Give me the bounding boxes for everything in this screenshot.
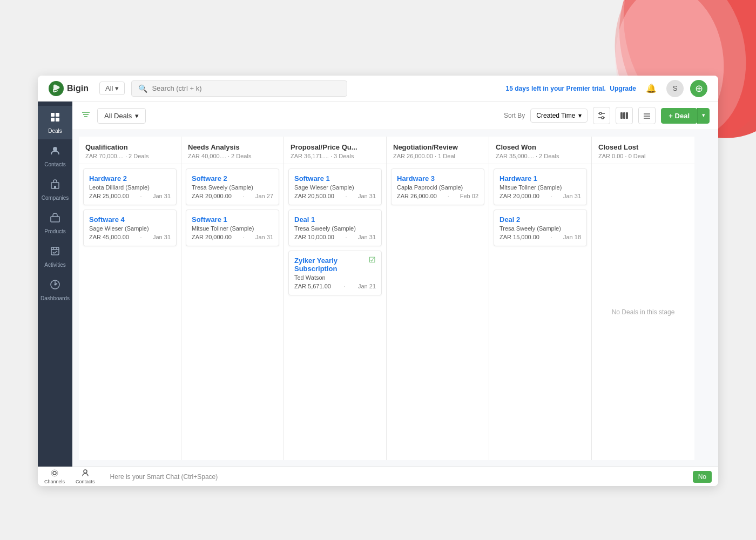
deal-amount-row: ZAR 10,000.00 · Jan 31 [294, 234, 376, 240]
sidebar-item-products[interactable]: Products [38, 206, 72, 240]
sidebar-products-label: Products [44, 228, 65, 234]
column-cards-closed-lost: No Deals in this stage [592, 164, 694, 460]
svg-rect-7 [56, 118, 59, 122]
column-header-closed-won: Closed Won ZAR 35,000.... · 2 Deals [489, 137, 591, 164]
deal-amount-row: ZAR 45,000.00 · Jan 31 [89, 234, 171, 240]
contacts-icon [49, 145, 61, 159]
sidebar-item-dashboards[interactable]: Dashboards [38, 273, 72, 307]
sidebar-item-contacts[interactable]: Contacts [38, 139, 72, 173]
list-view-btn[interactable] [638, 107, 656, 124]
filter-icon[interactable] [81, 110, 91, 122]
sort-dropdown-arrow: ▾ [578, 112, 582, 119]
column-meta-closed-lost: ZAR 0.00 · 0 Deal [598, 153, 688, 159]
dot-separator: · [550, 234, 552, 240]
sort-field-dropdown[interactable]: Created Time ▾ [530, 109, 588, 123]
deal-contact: Tresa Sweely (Sample) [294, 225, 376, 232]
smart-chat-text: Here is your Smart Chat (Ctrl+Space) [110, 473, 218, 481]
deal-amount: ZAR 20,500.00 [294, 193, 334, 199]
sidebar: Deals Contacts [38, 102, 72, 467]
search-input[interactable] [152, 84, 340, 92]
all-deals-arrow: ▾ [135, 112, 139, 120]
dropdown-arrow-icon: ▾ [115, 84, 119, 92]
deal-card[interactable]: Hardware 3 Capla Paprocki (Sample) ZAR 2… [391, 168, 484, 205]
dot-separator: · [140, 234, 141, 240]
deal-card[interactable]: Deal 2 Tresa Sweely (Sample) ZAR 15,000.… [494, 210, 587, 246]
deal-title: Deal 1 [294, 215, 376, 224]
add-icon[interactable]: ⊕ [690, 80, 707, 97]
deal-contact: Ted Watson [294, 274, 376, 281]
deal-card[interactable]: Hardware 2 Leota Dilliard (Sample) ZAR 2… [83, 168, 177, 205]
column-header-negotiation-review: Negotiation/Review ZAR 26,000.00 · 1 Dea… [387, 137, 489, 164]
logo-area: Bigin [49, 81, 89, 96]
deal-date: Feb 02 [460, 193, 478, 199]
svg-rect-5 [56, 113, 59, 117]
add-deal-dropdown-btn[interactable]: ▾ [697, 108, 710, 124]
column-title-closed-won: Closed Won [496, 143, 585, 151]
channels-btn[interactable]: Channels [44, 469, 65, 484]
deal-contact: Sage Wieser (Sample) [294, 184, 376, 191]
kanban-toolbar: All Deals ▾ Sort By Created Time ▾ [72, 102, 718, 130]
deal-title: Zylker Yearly Subscription [294, 256, 376, 273]
svg-rect-10 [54, 186, 56, 188]
svg-point-19 [599, 112, 602, 114]
deal-card[interactable]: Hardware 1 Mitsue Tollner (Sample) ZAR 2… [494, 168, 587, 205]
deal-card[interactable]: Software 1 Mitsue Tollner (Sample) ZAR 2… [186, 210, 279, 246]
deal-date: Jan 18 [563, 234, 581, 240]
notify-button[interactable]: No [693, 471, 712, 483]
deal-date: Jan 31 [563, 193, 581, 199]
kanban-view-btn[interactable] [616, 107, 633, 124]
filter-settings-btn[interactable] [593, 107, 610, 124]
all-dropdown[interactable]: All ▾ [99, 82, 125, 95]
dot-separator: · [345, 193, 347, 199]
search-bar[interactable]: 🔍 [131, 80, 347, 97]
all-deals-dropdown[interactable]: All Deals ▾ [97, 108, 146, 124]
sidebar-item-companies[interactable]: Companies [38, 173, 72, 206]
notification-icon[interactable]: 🔔 [643, 80, 660, 97]
deal-amount: ZAR 20,000.00 [192, 234, 232, 240]
deal-amount-row: ZAR 15,000.00 · Jan 18 [500, 234, 581, 240]
deal-card-icon: ☑ [369, 255, 376, 264]
activities-icon [49, 245, 61, 260]
deal-card[interactable]: Software 4 Sage Wieser (Sample) ZAR 45,0… [83, 210, 177, 246]
deal-title: Software 2 [192, 174, 273, 183]
sort-field-label: Created Time [536, 112, 575, 119]
deal-title: Hardware 2 [89, 174, 171, 183]
dot-separator: · [242, 193, 244, 199]
contacts-bottom-icon [81, 469, 90, 479]
upgrade-link[interactable]: Upgrade [610, 85, 636, 92]
column-title-closed-lost: Closed Lost [598, 143, 688, 151]
nav-right: 15 days left in your Premier trial. Upgr… [506, 80, 707, 97]
column-qualification: Qualification ZAR 70,000.... · 2 Deals H… [79, 137, 181, 460]
column-meta-negotiation-review: ZAR 26,000.00 · 1 Deal [393, 153, 482, 159]
contacts-bottom-btn[interactable]: Contacts [76, 469, 95, 484]
add-deal-button[interactable]: + Deal [661, 108, 697, 124]
deal-title: Hardware 1 [500, 174, 581, 183]
column-meta-proposal-price: ZAR 36,171.... · 3 Deals [291, 153, 380, 159]
dot-separator: · [448, 193, 449, 199]
column-closed-lost: Closed Lost ZAR 0.00 · 0 Deal No Deals i… [592, 137, 694, 460]
column-needs-analysis: Needs Analysis ZAR 40,000.... · 2 Deals … [181, 137, 284, 460]
sort-by-label: Sort By [504, 112, 525, 119]
settings-icon[interactable]: S [666, 80, 684, 97]
dashboards-icon [49, 279, 61, 293]
deal-title: Software 4 [89, 215, 171, 224]
deal-card[interactable]: Deal 1 Tresa Sweely (Sample) ZAR 10,000.… [288, 210, 382, 246]
deal-card[interactable]: Software 1 Sage Wieser (Sample) ZAR 20,5… [288, 168, 382, 205]
deal-contact: Mitsue Tollner (Sample) [500, 184, 581, 191]
column-title-qualification: Qualification [85, 143, 174, 151]
deal-contact: Tresa Sweely (Sample) [192, 184, 273, 191]
svg-point-29 [51, 470, 58, 476]
deal-title: Hardware 3 [397, 174, 478, 183]
sidebar-item-activities[interactable]: Activities [38, 240, 72, 273]
deal-contact: Capla Paprocki (Sample) [397, 184, 478, 191]
deal-card[interactable]: ☑ Zylker Yearly Subscription Ted Watson … [288, 251, 382, 295]
column-title-negotiation-review: Negotiation/Review [393, 143, 482, 151]
svg-point-30 [84, 470, 87, 473]
svg-point-21 [602, 117, 604, 119]
deal-amount: ZAR 5,671.00 [294, 283, 331, 289]
dot-separator: · [242, 234, 244, 240]
column-negotiation-review: Negotiation/Review ZAR 26,000.00 · 1 Dea… [387, 137, 489, 460]
sidebar-item-deals[interactable]: Deals [38, 106, 72, 139]
column-meta-qualification: ZAR 70,000.... · 2 Deals [85, 153, 174, 159]
deal-card[interactable]: Software 2 Tresa Sweely (Sample) ZAR 20,… [186, 168, 279, 205]
